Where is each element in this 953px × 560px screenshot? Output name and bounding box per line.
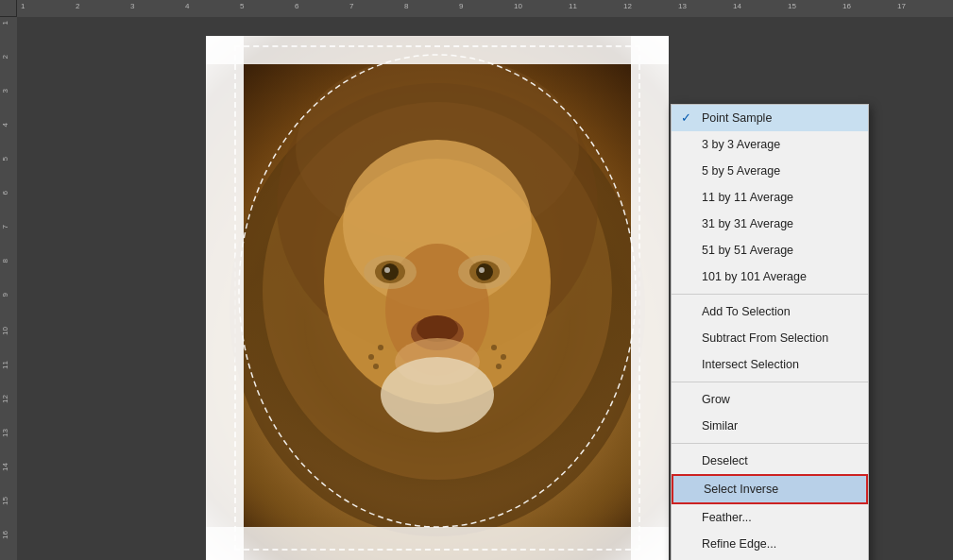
svg-rect-28 (206, 36, 669, 64)
svg-rect-27 (631, 36, 669, 560)
ruler-h-label: 16 (842, 2, 851, 10)
menu-item-similar[interactable]: Similar (672, 413, 868, 439)
menu-separator (672, 443, 868, 444)
svg-point-12 (476, 263, 493, 280)
ruler-h-label: 13 (678, 2, 687, 10)
svg-point-16 (417, 315, 458, 342)
ruler-v-label: 1 (1, 21, 9, 25)
menu-separator (672, 294, 868, 295)
ruler-v-label: 16 (1, 531, 9, 539)
ruler-h-label: 11 (569, 2, 577, 10)
svg-point-14 (479, 267, 485, 273)
ruler-v-label: 2 (1, 55, 9, 59)
menu-item-select-inverse[interactable]: Select Inverse (672, 474, 868, 504)
image-canvas (206, 36, 669, 560)
svg-point-18 (381, 357, 494, 433)
menu-item-intersect-selection[interactable]: Intersect Selection (672, 351, 868, 378)
ruler-h-label: 14 (733, 2, 741, 10)
menu-item-11x11-avg[interactable]: 11 by 11 Average (672, 184, 868, 211)
menu-item-101x101-avg[interactable]: 101 by 101 Average (672, 263, 868, 290)
ruler-h-label: 3 (130, 2, 134, 10)
ruler-h-label: 9 (459, 2, 463, 10)
svg-point-19 (378, 345, 383, 350)
svg-point-21 (373, 364, 379, 369)
ruler-h-label: 12 (623, 2, 632, 10)
ruler-v-label: 12 (1, 395, 9, 403)
ruler-h-label: 17 (897, 2, 906, 10)
ruler-corner (0, 0, 17, 17)
svg-point-22 (491, 345, 497, 350)
menu-item-subtract-selection[interactable]: Subtract From Selection (672, 325, 868, 351)
ruler-v-label: 8 (1, 259, 9, 263)
ruler-v-label: 7 (1, 225, 9, 229)
menu-separator (672, 382, 868, 382)
lion-image (206, 36, 669, 560)
ruler-h-label: 2 (76, 2, 79, 10)
menu-item-51x51-avg[interactable]: 51 by 51 Average (672, 237, 868, 263)
context-menu: Point Sample3 by 3 Average5 by 5 Average… (671, 104, 869, 560)
svg-point-24 (496, 364, 502, 369)
svg-point-13 (384, 267, 390, 273)
ruler-v-label: 3 (1, 89, 9, 93)
ruler-h-label: 7 (349, 2, 353, 10)
ruler-h-label: 4 (185, 2, 189, 10)
ruler-v-label: 10 (1, 327, 9, 335)
ruler-h-label: 6 (295, 2, 298, 10)
svg-point-11 (382, 263, 399, 280)
ruler-v-label: 6 (1, 191, 9, 195)
ruler-v-label: 13 (1, 429, 9, 437)
ruler-v-label: 9 (1, 293, 9, 297)
menu-item-add-selection[interactable]: Add To Selection (672, 298, 868, 325)
ruler-v-label: 14 (1, 463, 9, 471)
ruler-vertical: 12345678910111213141516 (0, 17, 17, 560)
ruler-h-label: 10 (514, 2, 522, 10)
svg-rect-26 (206, 36, 244, 560)
menu-item-refine-edge[interactable]: Refine Edge... (672, 531, 868, 557)
ruler-v-label: 4 (1, 123, 9, 127)
ruler-v-label: 15 (1, 497, 9, 505)
ruler-v-label: 5 (1, 157, 9, 161)
svg-rect-29 (206, 527, 669, 560)
ruler-h-label: 1 (21, 2, 25, 10)
svg-point-23 (501, 354, 506, 360)
menu-item-3x3-avg[interactable]: 3 by 3 Average (672, 131, 868, 158)
menu-item-deselect[interactable]: Deselect (672, 448, 868, 474)
menu-item-feather[interactable]: Feather... (672, 504, 868, 531)
ruler-horizontal: 1234567891011121314151617 (17, 0, 953, 17)
ruler-v-label: 11 (1, 361, 9, 369)
menu-item-31x31-avg[interactable]: 31 by 31 Average (672, 211, 868, 237)
menu-item-5x5-avg[interactable]: 5 by 5 Average (672, 158, 868, 184)
ruler-h-label: 8 (404, 2, 408, 10)
svg-point-20 (368, 354, 374, 360)
ruler-h-label: 15 (788, 2, 796, 10)
menu-item-point-sample[interactable]: Point Sample (672, 105, 868, 131)
menu-item-grow[interactable]: Grow (672, 386, 868, 413)
ruler-h-label: 5 (240, 2, 244, 10)
